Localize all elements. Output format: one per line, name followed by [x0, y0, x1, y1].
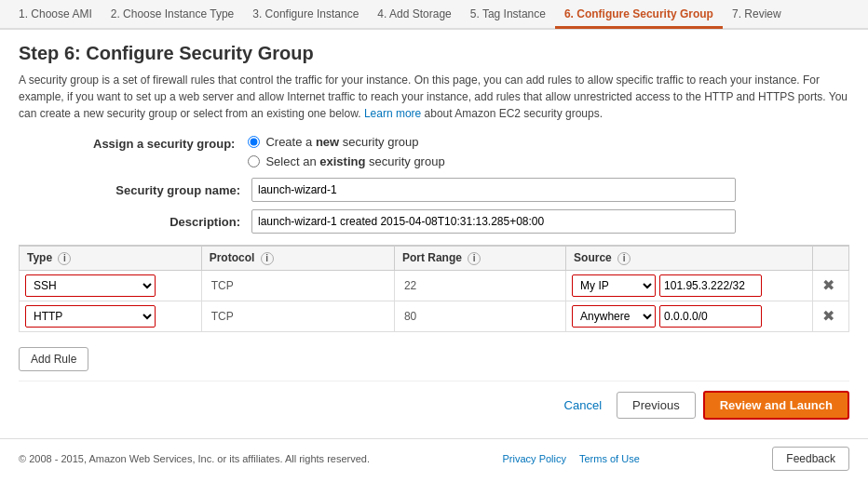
source-value-input-ssh[interactable] — [659, 274, 762, 297]
tab-choose-instance-type[interactable]: 2. Choose Instance Type — [102, 2, 244, 29]
type-cell-ssh: SSH HTTP HTTPS Custom TCP Rule — [20, 270, 202, 301]
add-rule-button[interactable]: Add Rule — [19, 347, 88, 371]
assign-label: Assign a security group: — [93, 135, 235, 151]
col-protocol: Protocol i — [201, 247, 394, 271]
terms-of-use-link[interactable]: Terms of Use — [579, 453, 640, 464]
form-section: Security group name: Description: — [19, 178, 849, 234]
footer-links: Privacy Policy Terms of Use — [503, 453, 640, 464]
port-text-ssh: 22 — [400, 279, 416, 292]
description-row: Description: — [93, 209, 849, 234]
page-description: A security group is a set of firewall ru… — [19, 72, 849, 122]
type-info-icon[interactable]: i — [58, 252, 71, 265]
protocol-text-ssh: TCP — [208, 279, 234, 292]
col-type: Type i — [20, 247, 202, 271]
delete-cell-http: ✖ — [812, 301, 848, 331]
tab-choose-ami[interactable]: 1. Choose AMI — [9, 2, 102, 29]
delete-rule-http[interactable]: ✖ — [819, 307, 838, 325]
action-bar: Cancel Previous Review and Launch — [19, 381, 849, 425]
port-cell-http: 80 — [394, 301, 565, 331]
cancel-link[interactable]: Cancel — [557, 395, 609, 416]
review-launch-button[interactable]: Review and Launch — [703, 391, 849, 420]
name-input[interactable] — [251, 178, 736, 202]
tab-configure-security-group[interactable]: 6. Configure Security Group — [555, 2, 723, 29]
radio-group: Create a new security group Select an ex… — [248, 135, 444, 168]
assign-security-group-row: Assign a security group: Create a new se… — [19, 135, 849, 168]
protocol-cell-ssh: TCP — [201, 270, 394, 301]
source-value-input-http[interactable] — [659, 305, 762, 328]
radio-existing-input[interactable] — [248, 155, 260, 167]
source-type-select-http[interactable]: My IP Anywhere Custom IP — [572, 305, 656, 328]
description-label: Description: — [93, 215, 251, 229]
type-select-ssh[interactable]: SSH HTTP HTTPS Custom TCP Rule — [25, 274, 156, 297]
col-actions — [812, 247, 848, 271]
tab-tag-instance[interactable]: 5. Tag Instance — [461, 2, 555, 29]
col-port-range: Port Range i — [394, 247, 565, 271]
port-cell-ssh: 22 — [394, 270, 565, 301]
source-cell-http: My IP Anywhere Custom IP — [566, 301, 813, 331]
delete-cell-ssh: ✖ — [812, 270, 848, 301]
tab-add-storage[interactable]: 4. Add Storage — [368, 2, 460, 29]
feedback-button[interactable]: Feedback — [772, 447, 849, 471]
privacy-policy-link[interactable]: Privacy Policy — [503, 453, 566, 464]
learn-more-link[interactable]: Learn more — [364, 107, 421, 120]
protocol-cell-http: TCP — [201, 301, 394, 331]
tab-review[interactable]: 7. Review — [723, 2, 791, 29]
description-input[interactable] — [251, 209, 736, 234]
footer-copyright: © 2008 - 2015, Amazon Web Services, Inc.… — [19, 453, 370, 464]
radio-new-security-group[interactable]: Create a new security group — [248, 135, 444, 149]
protocol-text-http: TCP — [208, 310, 234, 323]
page-title: Step 6: Configure Security Group — [19, 43, 849, 64]
tab-configure-instance[interactable]: 3. Configure Instance — [243, 2, 368, 29]
col-source: Source i — [566, 247, 813, 271]
name-row: Security group name: — [93, 178, 849, 202]
previous-button[interactable]: Previous — [617, 392, 696, 419]
table-row: SSH HTTP HTTPS Custom TCP Rule TCP 80 — [20, 301, 849, 331]
table-row: SSH HTTP HTTPS Custom TCP Rule TCP 22 — [20, 270, 849, 301]
rules-table: Type i Protocol i Port Range i Source i — [19, 246, 849, 332]
source-type-select-ssh[interactable]: My IP Anywhere Custom IP — [572, 274, 656, 297]
main-content: Step 6: Configure Security Group A secur… — [0, 30, 868, 435]
port-text-http: 80 — [400, 310, 416, 323]
radio-new-input[interactable] — [248, 136, 260, 148]
rules-table-container: Type i Protocol i Port Range i Source i — [19, 245, 849, 332]
type-cell-http: SSH HTTP HTTPS Custom TCP Rule — [20, 301, 202, 331]
source-cell-ssh: My IP Anywhere Custom IP — [566, 270, 813, 301]
protocol-info-icon[interactable]: i — [261, 252, 274, 265]
name-label: Security group name: — [93, 183, 251, 197]
source-info-icon[interactable]: i — [617, 252, 631, 265]
radio-existing-security-group[interactable]: Select an existing security group — [248, 154, 444, 168]
table-header-row: Type i Protocol i Port Range i Source i — [20, 247, 849, 271]
delete-rule-ssh[interactable]: ✖ — [819, 276, 838, 294]
top-navigation: 1. Choose AMI 2. Choose Instance Type 3.… — [0, 0, 868, 30]
port-info-icon[interactable]: i — [468, 252, 481, 265]
footer: © 2008 - 2015, Amazon Web Services, Inc.… — [0, 438, 868, 478]
type-select-http[interactable]: SSH HTTP HTTPS Custom TCP Rule — [25, 305, 156, 328]
